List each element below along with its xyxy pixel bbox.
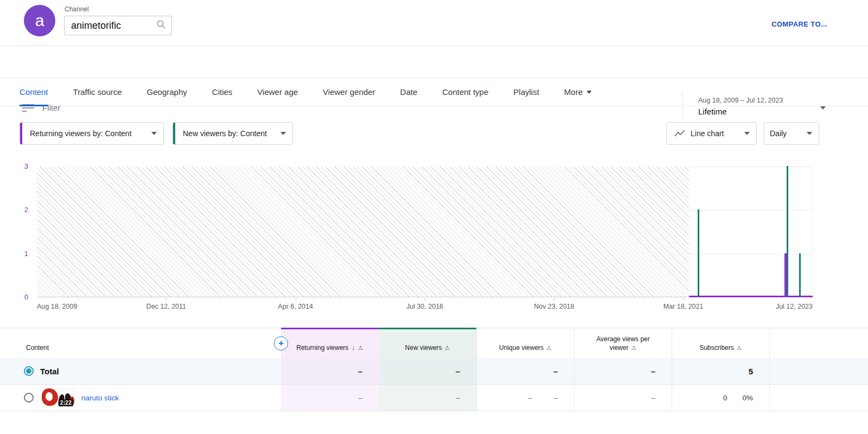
youtube-studio-analytics: a Channel animetorific COMPARE TO... Fil… [0, 0, 868, 434]
chevron-down-icon [587, 91, 592, 93]
green-column-accent [379, 328, 476, 329]
chevron-down-icon [744, 132, 750, 135]
primary-metric-selector[interactable]: Returning viewers by: Content [20, 122, 164, 145]
total-new-viewers: – [379, 358, 476, 384]
subscribers-column-header[interactable]: Subscribers⚠ [672, 328, 769, 358]
line-chart-icon [674, 130, 685, 137]
y-axis-label: 1 [16, 250, 28, 258]
x-axis-label: Jul 30, 2016 [406, 303, 443, 310]
channel-label: Channel [65, 5, 89, 13]
chevron-down-icon [151, 132, 157, 135]
chevron-down-icon [820, 106, 826, 110]
x-axis: Aug 18, 2009 Dec 12, 2011 Apr 6, 2014 Ju… [37, 301, 813, 312]
tick-mark [425, 298, 425, 301]
x-axis-label: Apr 6, 2014 [278, 303, 313, 310]
tab-content[interactable]: Content [20, 78, 48, 106]
tick-mark [684, 298, 684, 301]
table-header-row: Content Returning viewers↓⚠ New viewers⚠… [0, 328, 868, 358]
radio-unselected-icon[interactable] [24, 393, 34, 403]
sort-desc-icon[interactable]: ↓ [352, 343, 355, 352]
top-header: a Channel animetorific COMPARE TO... [0, 0, 868, 46]
tick-mark [296, 298, 296, 301]
tab-viewer-gender[interactable]: Viewer gender [323, 78, 375, 106]
primary-metric-label: Returning viewers by: Content [22, 129, 138, 138]
tab-viewer-age[interactable]: Viewer age [257, 78, 298, 106]
warning-icon[interactable]: ⚠ [631, 344, 636, 351]
data-spike-teal [787, 166, 788, 297]
video-empty-cell [769, 385, 868, 411]
tick-mark [554, 298, 554, 301]
dimension-tabs: Content Traffic source Geography Cities … [0, 78, 868, 106]
empty-column-header [769, 328, 868, 358]
interval-selector[interactable]: Daily [764, 122, 819, 145]
video-new-viewers: – [379, 385, 476, 411]
chevron-down-icon [280, 132, 286, 135]
thumbnail-art [46, 392, 53, 401]
video-title-link[interactable]: naruto stick [81, 394, 119, 402]
video-unique-viewers: –– [476, 385, 574, 411]
analytics-chart: 3 2 1 0 Aug 18, 2009 Dec 12, 2011 Apr 6,… [0, 152, 868, 328]
tab-more[interactable]: More [564, 78, 592, 106]
tab-traffic-source[interactable]: Traffic source [73, 78, 122, 106]
total-subscribers: 5 [672, 358, 769, 384]
y-axis-label: 0 [16, 293, 28, 301]
secondary-metric-selector[interactable]: New viewers by: Content [173, 122, 293, 145]
video-returning-viewers: – [281, 385, 379, 411]
warning-icon[interactable]: ⚠ [546, 344, 552, 351]
new-viewers-column-header[interactable]: New viewers⚠ [379, 328, 476, 358]
interval-label: Daily [764, 129, 793, 138]
data-spike-teal [698, 209, 699, 297]
chart-plot[interactable] [37, 167, 813, 297]
tab-content-type[interactable]: Content type [442, 78, 488, 106]
total-empty-cell [769, 358, 868, 384]
returning-viewers-column-header[interactable]: Returning viewers↓⚠ [281, 328, 379, 358]
content-table: Content Returning viewers↓⚠ New viewers⚠… [0, 328, 868, 411]
x-axis-label: Jul 12, 2023 [776, 303, 813, 310]
chart-type-selector[interactable]: Line chart [666, 122, 757, 145]
date-preset-text: Lifetime [698, 107, 727, 116]
total-returning-viewers: – [281, 358, 379, 384]
total-label: Total [40, 367, 59, 376]
video-subscribers: 00% [672, 385, 769, 411]
x-axis-label: Mar 18, 2021 [663, 303, 704, 310]
channel-avatar[interactable]: a [24, 5, 55, 36]
x-axis-label: Aug 18, 2009 [37, 303, 77, 310]
tab-date[interactable]: Date [400, 78, 418, 106]
content-column-header: Content [0, 328, 281, 358]
tab-cities[interactable]: Cities [212, 78, 233, 106]
channel-search-input[interactable]: animetorific [64, 16, 172, 35]
tab-geography[interactable]: Geography [147, 78, 187, 106]
avatar-letter: a [35, 11, 44, 30]
no-data-hatched-region [37, 167, 689, 297]
radio-selected-icon[interactable] [24, 366, 34, 376]
secondary-metric-label: New viewers by: Content [175, 129, 273, 138]
table-row-total[interactable]: Total – – – – 5 [0, 358, 868, 384]
total-unique-viewers: – [476, 358, 574, 384]
warning-icon[interactable]: ⚠ [358, 344, 363, 351]
total-avg-views: – [574, 358, 672, 384]
video-avg-views: – [574, 385, 672, 411]
x-axis-label: Nov 23, 2018 [534, 303, 574, 310]
compare-to-button[interactable]: COMPARE TO... [771, 20, 827, 28]
x-axis-label: Dec 12, 2011 [146, 303, 186, 310]
table-row-video[interactable]: 2:22 naruto stick – – –– – 00% [0, 384, 868, 411]
video-thumbnail[interactable]: 2:22 [40, 388, 75, 407]
warning-icon[interactable]: ⚠ [737, 344, 742, 351]
unique-viewers-column-header[interactable]: Unique viewers⚠ [476, 328, 574, 358]
series-baseline-purple [689, 296, 813, 297]
purple-column-accent [281, 328, 379, 329]
gridline [812, 167, 813, 297]
data-spike-teal [799, 253, 801, 297]
tick-mark [166, 298, 167, 301]
search-icon[interactable] [156, 20, 166, 31]
filter-bar: Filter Aug 18, 2009 – Jul 12, 2023 Lifet… [0, 46, 868, 78]
warning-icon[interactable]: ⚠ [445, 344, 450, 351]
tab-playlist[interactable]: Playlist [513, 78, 539, 106]
avg-views-column-header[interactable]: Average views per viewer⚠ [574, 328, 672, 358]
y-axis-label: 3 [16, 162, 28, 170]
channel-name-value: animetorific [71, 20, 156, 31]
y-axis-label: 2 [16, 206, 28, 214]
video-duration-badge: 2:22 [59, 399, 73, 406]
chevron-down-icon [807, 132, 812, 135]
add-metric-button[interactable]: + [274, 336, 288, 350]
